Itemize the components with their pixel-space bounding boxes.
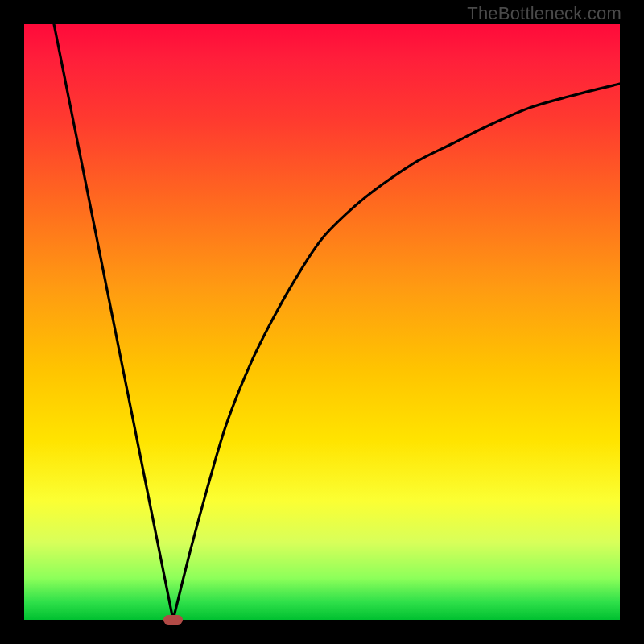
curve-path (54, 24, 620, 628)
attribution-label: TheBottleneck.com (467, 3, 621, 24)
outer-frame: TheBottleneck.com (0, 0, 644, 644)
bottleneck-curve (24, 24, 620, 620)
plot-area (24, 24, 620, 620)
min-marker (163, 615, 183, 625)
